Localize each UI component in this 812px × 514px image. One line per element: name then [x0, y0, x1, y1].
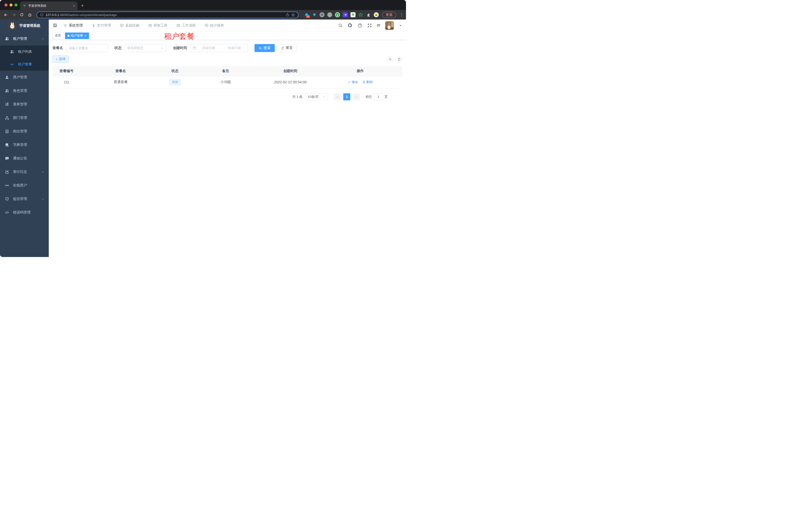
page-content: 套餐名 状态 请选择状态 创建时间: [49, 40, 406, 257]
extension-diamond-icon[interactable]: 10: [304, 12, 309, 17]
share-icon[interactable]: [286, 13, 289, 17]
extension-star-icon[interactable]: [358, 12, 363, 17]
browser-tab[interactable]: 芋道管理系统 ×: [20, 1, 78, 10]
back-icon[interactable]: [2, 11, 9, 18]
sidebar-item-label: 租户管理: [13, 36, 27, 41]
purple-square: [343, 12, 348, 17]
sidebar-item-role-management[interactable]: 角色管理: [0, 84, 49, 98]
status-select[interactable]: 请选择状态: [124, 44, 167, 52]
white-square: [350, 12, 355, 17]
extension-oval-icon[interactable]: [327, 12, 332, 17]
tag-home[interactable]: 首页: [53, 32, 63, 39]
col-status: 状态: [161, 66, 189, 76]
url-bar[interactable]: 127.0.0.1:48080/admin-ui/system/tenant/p…: [36, 11, 298, 18]
minimize-window-button[interactable]: [9, 3, 12, 6]
top-nav-payment[interactable]: 支付管理: [92, 23, 111, 28]
next-page-button[interactable]: ›: [353, 93, 360, 100]
home-icon[interactable]: [27, 11, 33, 18]
new-tab-button[interactable]: +: [81, 3, 84, 8]
date-range-picker[interactable]: 开始日期 - 结束日期: [190, 44, 248, 52]
extension-gem-icon[interactable]: [312, 12, 317, 17]
help-icon[interactable]: [358, 23, 362, 28]
favicon-plant-icon: [23, 4, 26, 8]
add-button[interactable]: + 新增: [53, 56, 69, 62]
sidebar-item-dict-management[interactable]: 字典管理: [0, 138, 49, 152]
avatar-caret-down-icon[interactable]: [399, 24, 402, 27]
page-title: 租户套餐: [164, 31, 194, 42]
bookmark-star-icon[interactable]: [291, 13, 295, 17]
goto-page-input[interactable]: [374, 93, 383, 100]
top-nav-system[interactable]: 系统管理: [63, 23, 83, 28]
sidebar-item-tenant-management[interactable]: 租户管理: [0, 32, 49, 46]
reset-button[interactable]: 重置: [277, 44, 296, 52]
calendar-icon: [193, 46, 196, 50]
toolbox-icon: [148, 24, 152, 27]
app-logo[interactable]: 芋道管理系统: [0, 20, 49, 32]
sidebar-fold-icon[interactable]: [53, 23, 57, 28]
tab-close-icon[interactable]: ×: [73, 4, 75, 8]
sidebar-item-audit-log[interactable]: 审计日志: [0, 165, 49, 179]
extension-chat-icon[interactable]: [350, 12, 355, 17]
browser-window: 芋道管理系统 × + 127.0.0.1:48080/admin-ui/syst…: [0, 0, 406, 257]
delete-link[interactable]: 删除: [362, 80, 373, 84]
sidebar-item-tenant-package[interactable]: 租户套餐: [0, 58, 49, 71]
sidebar-item-label: 短信管理: [13, 197, 27, 201]
tag-close-icon[interactable]: ×: [85, 34, 87, 37]
sidebar-item-notice[interactable]: 通知公告: [0, 152, 49, 165]
sidebar-item-menu-management[interactable]: 菜单管理: [0, 98, 49, 111]
site-info-icon[interactable]: [40, 13, 44, 17]
top-nav-devtools[interactable]: 研发工具: [148, 23, 168, 28]
url-path: :48080/admin-ui/system/tenant/package: [59, 13, 117, 17]
forward-icon[interactable]: [10, 11, 17, 18]
sidebar-item-sms-management[interactable]: 短信管理: [0, 192, 49, 206]
sidebar-item-error-code[interactable]: 错误码管理: [0, 206, 49, 219]
page-1-button[interactable]: 1: [343, 93, 350, 100]
col-package-name: 套餐名: [81, 66, 161, 76]
extensions-puzzle-icon[interactable]: [366, 12, 371, 17]
dictionary-icon: [5, 143, 9, 147]
browser-menu-icon[interactable]: ⋮: [400, 12, 404, 17]
sidebar-item-user-management[interactable]: 用户管理: [0, 71, 49, 84]
extension-y-icon[interactable]: y: [335, 12, 340, 17]
package-name-input[interactable]: [69, 46, 105, 50]
top-nav-infra[interactable]: 基础设施: [120, 23, 139, 28]
top-nav-reports[interactable]: 统计报表: [205, 23, 224, 28]
zoom-window-button[interactable]: [14, 3, 18, 6]
header-search-icon[interactable]: [338, 23, 343, 28]
sidebar-item-label: 部门管理: [13, 116, 27, 120]
filter-form: 套餐名 状态 请选择状态 创建时间: [53, 44, 402, 52]
edit-link[interactable]: 修改: [348, 80, 358, 84]
sidebar-item-label: 在线用户: [13, 183, 27, 188]
package-name-field: [66, 44, 108, 52]
font-size-icon[interactable]: tT: [377, 23, 380, 28]
sidebar-item-post-management[interactable]: 岗位管理: [0, 125, 49, 138]
tag-tenant-package[interactable]: 租户套餐 ×: [65, 32, 89, 39]
table-search-toggle-button[interactable]: [387, 56, 393, 62]
chrome-update-button[interactable]: 更新: [382, 12, 396, 18]
profile-smiley-avatar[interactable]: [374, 12, 379, 17]
extension-shield-icon[interactable]: [343, 12, 348, 17]
prev-page-button[interactable]: ‹: [334, 93, 341, 100]
table-refresh-button[interactable]: [396, 56, 402, 62]
reload-icon[interactable]: [19, 11, 25, 18]
page-size-select[interactable]: 10条/页: [305, 93, 328, 100]
status-badge[interactable]: 开启: [169, 79, 181, 85]
sidebar-item-dept-management[interactable]: 部门管理: [0, 111, 49, 125]
sidebar-item-label: 租户列表: [18, 50, 32, 54]
sidebar-item-tenant-list[interactable]: 租户列表: [0, 46, 49, 58]
close-window-button[interactable]: [4, 3, 7, 6]
reset-button-label: 重置: [286, 46, 293, 50]
fullscreen-icon[interactable]: [368, 23, 372, 28]
github-icon[interactable]: [348, 23, 352, 28]
cell-status: 开启: [161, 76, 189, 88]
end-date-placeholder: 结束日期: [224, 46, 245, 50]
extension-command-icon[interactable]: ⌘: [319, 12, 324, 17]
top-nav-workflow[interactable]: 工作流程: [176, 23, 196, 28]
search-button[interactable]: 搜索: [255, 44, 275, 52]
search-icon: [259, 47, 262, 50]
white-ring: y: [335, 12, 340, 17]
user-avatar[interactable]: [385, 21, 394, 30]
url-text[interactable]: 127.0.0.1:48080/admin-ui/system/tenant/p…: [46, 13, 284, 17]
monitor-icon: [120, 24, 124, 27]
sidebar-item-online-users[interactable]: 在线用户: [0, 179, 49, 192]
